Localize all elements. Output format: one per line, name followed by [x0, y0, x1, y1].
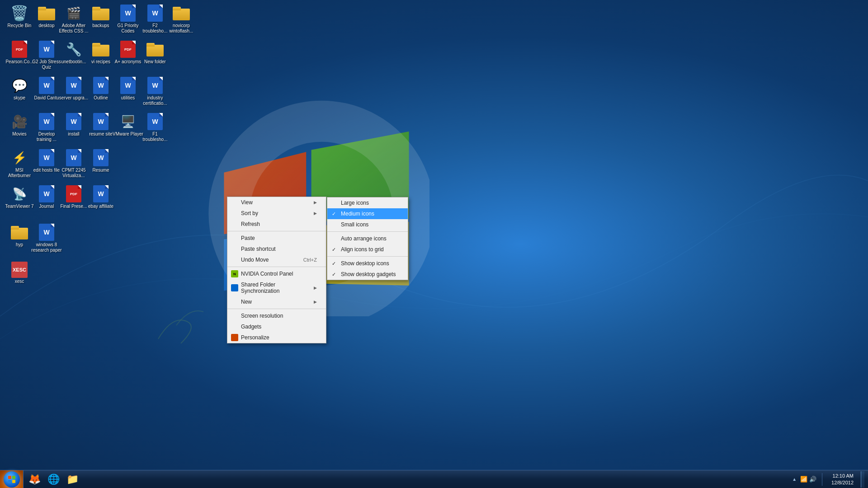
icon-resume[interactable]: W Resume [84, 147, 118, 175]
svg-rect-1 [8, 476, 11, 479]
network-icon[interactable]: 📶 [800, 476, 807, 483]
menu-item-gadgets[interactable]: Gadgets [227, 321, 326, 332]
desktop[interactable]: 🗑️ Recycle Bin desktop 🎬 Adobe After Eff… [0, 0, 868, 488]
submenu-item-large-icons[interactable]: Large icons [327, 197, 408, 208]
context-menu: View Large icons Medium icons Small icon… [227, 197, 326, 343]
menu-item-personalize[interactable]: Personalize [227, 332, 326, 343]
taskbar-firefox[interactable]: 🦊 [25, 471, 43, 488]
personalize-icon [231, 334, 238, 341]
start-button[interactable] [0, 470, 24, 488]
show-desktop-button[interactable] [861, 471, 864, 488]
volume-icon[interactable]: 🔊 [809, 476, 816, 483]
icon-novicorp[interactable]: novicorp wintoflash... [164, 2, 198, 36]
tray-icons: 📶 🔊 [800, 476, 816, 483]
icon-ebay-affiliate[interactable]: W ebay affiliate [84, 183, 118, 211]
menu-item-new[interactable]: New [227, 296, 326, 307]
submenu-item-align-icons[interactable]: Align icons to grid [327, 244, 408, 255]
icon-f1-troubleshoot[interactable]: W F1 troublesho... [138, 111, 172, 144]
svg-rect-3 [8, 480, 11, 483]
submenu-item-show-desktop-gadgets[interactable]: Show desktop gadgets [327, 269, 408, 280]
menu-item-refresh[interactable]: Refresh [227, 219, 326, 230]
submenu-item-medium-icons[interactable]: Medium icons [327, 208, 408, 219]
svg-rect-2 [12, 476, 15, 479]
nvidia-icon: N [231, 270, 238, 277]
menu-item-sort-by[interactable]: Sort by [227, 208, 326, 219]
icon-windows8-research[interactable]: W windows 8 research paper [29, 221, 64, 255]
taskbar: 🦊 🌐 📁 ▲ 📶 🔊 12:10 AM 12/8/2012 [0, 470, 868, 488]
icon-industry-cert[interactable]: W industry certificatio... [138, 75, 172, 108]
taskbar-items: 🦊 🌐 📁 [24, 470, 83, 488]
svg-rect-4 [12, 480, 15, 483]
clock-date: 12/8/2012 [831, 479, 854, 486]
menu-item-view[interactable]: View [227, 197, 326, 208]
view-submenu: Large icons Medium icons Small icons Aut… [327, 197, 408, 280]
shared-folder-icon [231, 284, 238, 291]
submenu-item-auto-arrange[interactable]: Auto arrange icons [327, 233, 408, 244]
menu-item-nvidia[interactable]: N NVIDIA Control Panel [227, 268, 326, 279]
menu-item-paste[interactable]: Paste [227, 233, 326, 244]
taskbar-right: ▲ 📶 🔊 12:10 AM 12/8/2012 [792, 471, 868, 488]
desktop-icons-container: 🗑️ Recycle Bin desktop 🎬 Adobe After Eff… [0, 0, 181, 488]
menu-item-paste-shortcut[interactable]: Paste shortcut [227, 244, 326, 254]
tray-expand[interactable]: ▲ [792, 477, 797, 482]
taskbar-explorer[interactable]: 📁 [63, 471, 81, 488]
menu-item-undo-move[interactable]: Undo Move Ctrl+Z [227, 254, 326, 265]
icon-new-folder[interactable]: New folder [138, 38, 172, 66]
clock-time: 12:10 AM [831, 473, 854, 479]
clock[interactable]: 12:10 AM 12/8/2012 [828, 473, 857, 486]
submenu-item-show-desktop-icons[interactable]: Show desktop icons [327, 258, 408, 269]
start-orb[interactable] [4, 471, 20, 488]
taskbar-ie[interactable]: 🌐 [44, 471, 62, 488]
submenu-item-small-icons[interactable]: Small icons [327, 219, 408, 230]
menu-item-shared-folder[interactable]: Shared Folder Synchronization [227, 279, 326, 296]
icon-xesc[interactable]: XESC xesc [2, 260, 37, 286]
menu-item-screen-resolution[interactable]: Screen resolution [227, 310, 326, 321]
